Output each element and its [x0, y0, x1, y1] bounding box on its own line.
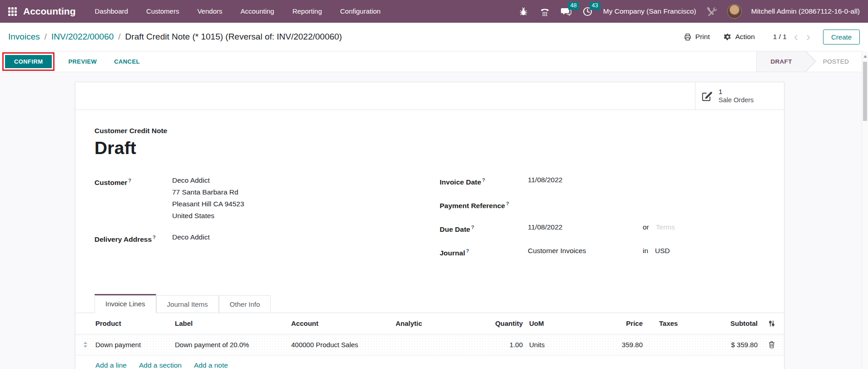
apps-grid-icon[interactable]: [8, 7, 17, 16]
due-date-label: Due Date?: [440, 222, 528, 235]
cell-quantity[interactable]: 1.00: [473, 341, 523, 349]
action-menu-button[interactable]: Action: [724, 33, 755, 41]
bug-icon[interactable]: [518, 5, 530, 17]
header-subtotal: Subtotal: [700, 319, 759, 327]
customer-address-line: 77 Santa Barbara Rd: [172, 186, 244, 198]
user-menu[interactable]: Mitchell Admin (20867112-16-0-all): [751, 7, 860, 15]
odoo-accounting-app: Accounting Dashboard Customers Vendors A…: [0, 0, 868, 369]
drag-handle[interactable]: [75, 342, 95, 348]
cell-label[interactable]: Down payment of 20.0%: [175, 341, 291, 349]
app-title[interactable]: Accounting: [23, 6, 76, 17]
help-marker: ?: [466, 248, 469, 254]
document-type-label: Customer Credit Note: [94, 127, 765, 135]
breadcrumb-invoice-link[interactable]: INV/2022/00060: [51, 32, 114, 42]
tab-other-info[interactable]: Other Info: [219, 295, 271, 313]
confirm-button[interactable]: CONFIRM: [5, 55, 52, 68]
edit-pencil-icon: [701, 90, 713, 102]
breadcrumb-invoices-link[interactable]: Invoices: [8, 32, 40, 42]
activities-clock-icon[interactable]: 43: [582, 5, 594, 17]
invoice-date-label: Invoice Date?: [440, 175, 528, 188]
notebook-tabs: Invoice Lines Journal Items Other Info: [75, 294, 784, 313]
add-note-link[interactable]: Add a note: [194, 361, 228, 369]
messages-count-badge: 48: [568, 2, 579, 10]
cell-subtotal: $ 359.80: [700, 341, 759, 349]
company-switcher[interactable]: My Company (San Francisco): [603, 7, 696, 15]
customer-address-line: Pleasant Hill CA 94523: [172, 198, 244, 210]
customer-name[interactable]: Deco Addict: [172, 175, 244, 186]
header-taxes: Taxes: [645, 319, 700, 327]
header-price: Price: [577, 319, 645, 327]
cell-price[interactable]: 359.80: [577, 341, 645, 349]
nav-systray: 48 43 My Company (San Francisco) Mitchel…: [518, 4, 860, 19]
cancel-button[interactable]: CANCEL: [110, 55, 144, 69]
menu-vendors[interactable]: Vendors: [197, 0, 222, 23]
invoice-date-value[interactable]: 11/08/2022: [528, 175, 643, 188]
menu-configuration[interactable]: Configuration: [340, 0, 381, 23]
tab-invoice-lines[interactable]: Invoice Lines: [94, 294, 156, 313]
add-line-link[interactable]: Add a line: [95, 361, 127, 369]
cell-account[interactable]: 400000 Product Sales: [291, 341, 396, 349]
create-button[interactable]: Create: [823, 30, 860, 45]
delivery-address-field: Delivery Address? Deco Addict: [94, 231, 349, 245]
add-section-link[interactable]: Add a section: [139, 361, 182, 369]
menu-customers[interactable]: Customers: [146, 0, 179, 23]
delivery-address-value[interactable]: Deco Addict: [172, 231, 210, 245]
status-posted[interactable]: POSTED: [806, 51, 862, 72]
form-sheet: 1 Sale Orders Customer Credit Note Draft…: [75, 82, 784, 369]
pager-previous-button[interactable]: ‹: [793, 32, 799, 41]
header-product: Product: [95, 319, 175, 327]
vertical-scrollbar[interactable]: [862, 51, 868, 369]
payment-terms-placeholder[interactable]: Terms: [656, 222, 675, 235]
field-group-left: Customer? Deco Addict 77 Santa Barbara R…: [94, 175, 349, 269]
top-nav: Accounting Dashboard Customers Vendors A…: [0, 0, 868, 23]
payment-reference-field: Payment Reference?: [440, 198, 675, 211]
scrollbar-thumb[interactable]: [863, 62, 867, 121]
cell-product[interactable]: Down payment: [95, 341, 175, 349]
print-label: Print: [695, 33, 710, 41]
due-date-conjunction: or: [643, 222, 649, 235]
customer-address-line: United States: [172, 210, 244, 222]
header-label: Label: [175, 319, 291, 327]
menu-accounting[interactable]: Accounting: [240, 0, 274, 23]
user-avatar[interactable]: [727, 4, 742, 19]
due-date-value[interactable]: 11/08/2022: [528, 222, 643, 235]
journal-field: Journal? Customer Invoices in USD: [440, 245, 675, 259]
optional-columns-icon[interactable]: [759, 320, 784, 327]
help-marker: ?: [471, 224, 474, 230]
journal-value[interactable]: Customer Invoices: [528, 245, 643, 259]
delivery-address-label: Delivery Address?: [94, 231, 172, 245]
line-actions-row: Add a line Add a section Add a note: [75, 355, 784, 369]
menu-reporting[interactable]: Reporting: [293, 0, 322, 23]
status-widget: DRAFT POSTED: [756, 51, 862, 72]
invoice-lines-table: Product Label Account Analytic Quantity …: [75, 313, 784, 369]
payment-reference-value[interactable]: [528, 198, 643, 211]
field-group-right: Invoice Date? 11/08/2022 Payment Referen…: [440, 175, 675, 269]
currency-value[interactable]: USD: [655, 245, 670, 259]
messages-icon[interactable]: 48: [560, 5, 572, 17]
help-marker: ?: [506, 201, 509, 206]
view-actions: Print Action 1 / 1 ‹ › Create: [670, 30, 860, 45]
menu-dashboard[interactable]: Dashboard: [95, 0, 128, 23]
sale-orders-smart-button[interactable]: 1 Sale Orders: [695, 82, 784, 110]
button-box-strip: 1 Sale Orders: [75, 82, 784, 110]
preview-button[interactable]: PREVIEW: [64, 55, 100, 69]
sale-orders-label: Sale Orders: [719, 96, 754, 105]
pager-next-button[interactable]: ›: [805, 32, 811, 41]
breadcrumb-bar: Invoices / INV/2022/00060 / Draft Credit…: [0, 23, 868, 51]
invoice-line-row: Down payment Down payment of 20.0% 40000…: [75, 334, 784, 355]
pager-value: 1 / 1: [773, 33, 787, 41]
tab-journal-items[interactable]: Journal Items: [156, 295, 219, 313]
debug-tools-icon[interactable]: [706, 5, 718, 17]
voip-phone-icon[interactable]: [539, 5, 551, 17]
print-button[interactable]: Print: [684, 33, 710, 41]
form-statusbar: CONFIRM PREVIEW CANCEL DRAFT POSTED: [0, 51, 868, 72]
cell-uom[interactable]: Units: [523, 341, 577, 349]
scrollbar-up-arrow[interactable]: [863, 55, 867, 58]
annotation-highlight: CONFIRM: [2, 52, 55, 71]
help-marker: ?: [153, 234, 156, 240]
status-draft[interactable]: DRAFT: [756, 51, 805, 72]
delete-line-trash-icon[interactable]: [759, 341, 784, 349]
header-uom: UoM: [523, 319, 577, 327]
table-header-row: Product Label Account Analytic Quantity …: [75, 313, 784, 334]
customer-value[interactable]: Deco Addict 77 Santa Barbara Rd Pleasant…: [172, 175, 244, 222]
